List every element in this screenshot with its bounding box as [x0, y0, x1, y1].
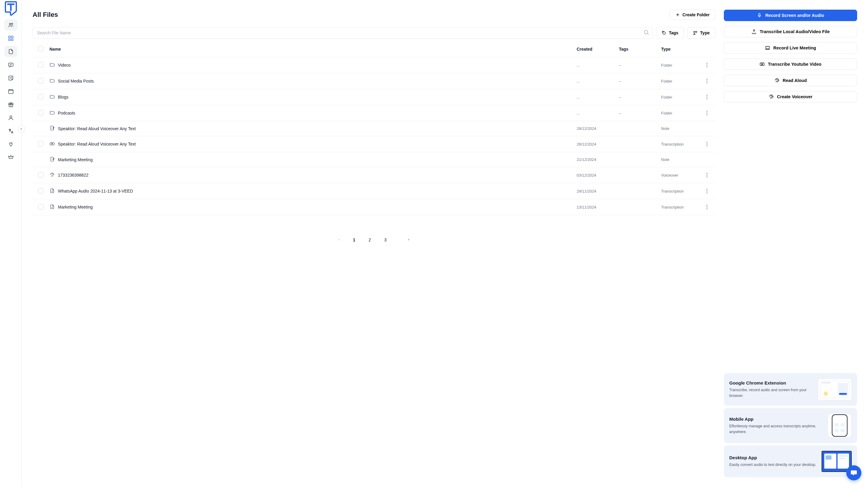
svg-point-23 [707, 111, 708, 112]
folder-icon [50, 62, 55, 68]
record-meeting-button[interactable]: Record Live Meeting [724, 42, 857, 54]
promo-card[interactable]: Google Chrome Extension Transcribe, reco… [724, 373, 857, 405]
transcribe-youtube-label: Transcribe Youtube Video [768, 62, 821, 67]
table-row[interactable]: Videos ... -- Folder [33, 57, 715, 73]
row-checkbox[interactable] [38, 94, 43, 99]
nav-translate-icon[interactable] [4, 125, 18, 137]
row-more-button[interactable] [703, 203, 711, 210]
file-created: 29/11/2024 [577, 189, 619, 193]
tags-filter-button[interactable]: Tags [656, 27, 684, 39]
file-type: Folder [661, 63, 703, 67]
file-created: 03/12/2024 [577, 173, 619, 177]
read-aloud-button[interactable]: Read Aloud [724, 75, 857, 86]
select-all-checkbox[interactable] [38, 46, 43, 51]
svg-point-14 [707, 63, 708, 64]
nav-premium-icon[interactable] [4, 152, 18, 163]
row-checkbox[interactable] [38, 110, 43, 116]
row-more-button[interactable] [703, 62, 711, 69]
svg-rect-45 [839, 393, 847, 395]
folder-icon [50, 110, 55, 116]
transcribe-youtube-button[interactable]: Transcribe Youtube Video [724, 59, 857, 70]
nav-integrations-icon[interactable] [4, 139, 18, 150]
svg-rect-3 [11, 36, 13, 38]
row-more-button[interactable] [703, 140, 711, 148]
page-number[interactable]: 1 [350, 236, 358, 244]
promo-card[interactable]: Desktop App Easily convert audio to text… [724, 446, 857, 477]
file-type: Transcription [661, 205, 703, 209]
table-row[interactable]: Speaktor: Read Aloud Voiceover Any Text … [33, 121, 715, 136]
youtube-icon [760, 62, 765, 67]
chat-support-button[interactable] [846, 465, 861, 480]
row-checkbox[interactable] [38, 172, 43, 177]
row-checkbox[interactable] [38, 188, 43, 193]
row-checkbox[interactable] [38, 141, 43, 147]
file-name: 1733236398822 [58, 173, 88, 177]
svg-point-36 [707, 205, 708, 206]
type-filter-label: Type [700, 30, 710, 35]
svg-rect-43 [822, 382, 831, 383]
row-more-button[interactable] [703, 188, 711, 195]
prev-page-button[interactable] [335, 236, 343, 244]
svg-point-21 [707, 97, 708, 98]
create-folder-button[interactable]: Create Folder [670, 10, 715, 20]
promo-desc: Transcribe, record audio and screen from… [729, 387, 813, 398]
table-row[interactable]: Social Media Posts ... -- Folder [33, 73, 715, 89]
svg-point-11 [663, 32, 663, 32]
sidebar [0, 0, 22, 487]
promo-card[interactable]: Mobile App Effortlessly manage and acces… [724, 408, 857, 443]
nav-calendar-icon[interactable] [4, 86, 18, 97]
svg-rect-47 [832, 415, 847, 436]
svg-point-33 [707, 189, 708, 190]
type-filter-button[interactable]: Type [687, 27, 715, 39]
nav-profile-icon[interactable] [4, 112, 18, 124]
nav-notes-icon[interactable] [4, 72, 18, 84]
file-name: WhatsApp Audio 2024-11-13 at 3-VEED [58, 189, 133, 193]
note-icon [50, 156, 55, 163]
table-row[interactable]: WhatsApp Audio 2024-11-13 at 3-VEED 29/1… [33, 183, 715, 199]
svg-rect-39 [759, 13, 760, 16]
table-row[interactable]: Marketing Meeting 21/12/2024 Note [33, 152, 715, 167]
svg-rect-2 [8, 36, 10, 38]
nav-files-icon[interactable] [4, 46, 18, 57]
create-voiceover-label: Create Voiceover [777, 94, 812, 99]
next-page-button[interactable] [405, 236, 412, 244]
transcribe-local-button[interactable]: Transcribe Local Audio/Video File [724, 26, 857, 37]
table-header: Name Created Tags Type [33, 41, 715, 57]
nav-team-icon[interactable] [4, 19, 18, 31]
table-row[interactable]: 1733236398822 03/12/2024 Voiceover [33, 167, 715, 183]
table-row[interactable]: Speaktor: Read Aloud Voiceover Any Text … [33, 136, 715, 152]
table-row[interactable]: Blogs ... -- Folder [33, 89, 715, 105]
transcribe-local-label: Transcribe Local Audio/Video File [760, 29, 830, 34]
svg-point-19 [707, 83, 708, 84]
row-checkbox[interactable] [38, 62, 43, 67]
page-number[interactable]: 3 [382, 236, 389, 244]
row-more-button[interactable] [703, 93, 711, 101]
page-number[interactable]: 2 [366, 236, 373, 244]
row-more-button[interactable] [703, 77, 711, 85]
svg-point-28 [707, 144, 708, 145]
nav-dashboard-icon[interactable] [4, 33, 18, 44]
svg-point-12 [694, 31, 695, 33]
create-voiceover-button[interactable]: Create Voiceover [724, 91, 857, 102]
record-meeting-label: Record Live Meeting [773, 45, 816, 50]
table-row[interactable]: Podcasts ... -- Folder [33, 105, 715, 121]
svg-point-30 [707, 173, 708, 174]
expand-sidebar-button[interactable] [18, 125, 25, 133]
row-checkbox[interactable] [38, 78, 43, 84]
svg-rect-4 [8, 39, 10, 41]
record-screen-button[interactable]: Record Screen and/or Audio [724, 10, 857, 21]
file-type: Folder [661, 111, 703, 116]
file-created: 28/12/2024 [577, 126, 619, 131]
row-more-button[interactable] [703, 109, 711, 117]
nav-gift-icon[interactable] [4, 99, 18, 110]
row-checkbox[interactable] [38, 204, 43, 209]
table-row[interactable]: Marketing Meeting 13/11/2024 Transcripti… [33, 199, 715, 215]
row-more-button[interactable] [703, 171, 711, 179]
file-created: ... [577, 95, 619, 99]
nav-chat-icon[interactable] [4, 59, 18, 70]
svg-point-35 [707, 193, 708, 193]
svg-point-46 [824, 391, 828, 396]
right-panel: Record Screen and/or Audio Transcribe Lo… [724, 10, 857, 477]
file-tags: -- [619, 111, 661, 116]
search-input[interactable] [33, 27, 653, 39]
